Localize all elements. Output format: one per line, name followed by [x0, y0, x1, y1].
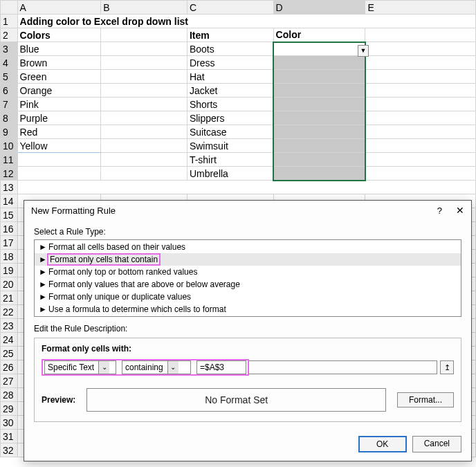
row-hdr-23[interactable]: 23 — [1, 319, 18, 333]
format-button[interactable]: Format... — [397, 392, 454, 408]
cell-E11[interactable] — [365, 153, 476, 167]
cell-B4[interactable] — [101, 56, 187, 70]
chevron-down-icon[interactable]: ⌄ — [167, 361, 178, 374]
row-hdr-1[interactable]: 1 — [1, 15, 18, 28]
cell-C3[interactable]: Boots — [187, 42, 273, 56]
cell-C7[interactable]: Shorts — [187, 98, 273, 111]
cell-B2[interactable] — [101, 28, 187, 42]
cell-E8[interactable] — [365, 111, 476, 125]
rule-type-list[interactable]: ►Format all cells based on their values … — [34, 239, 461, 317]
cell-E2[interactable] — [365, 28, 476, 42]
row-hdr-14[interactable]: 14 — [1, 194, 18, 208]
row-hdr-3[interactable]: 3 — [1, 42, 18, 56]
dropdown-button[interactable]: ▼ — [358, 45, 369, 57]
cell-A8[interactable]: Purple — [17, 111, 101, 125]
cell-C10[interactable]: Swimsuit — [187, 139, 273, 153]
col-hdr-D[interactable]: D — [273, 1, 365, 15]
row-hdr-2[interactable]: 2 — [1, 28, 18, 42]
row-hdr-19[interactable]: 19 — [1, 264, 18, 277]
cell-A7[interactable]: Pink — [17, 98, 101, 111]
row-hdr-20[interactable]: 20 — [1, 277, 18, 291]
cell-C6[interactable]: Jacket — [187, 84, 273, 98]
cell-D3[interactable] — [273, 42, 365, 56]
cell-D9[interactable] — [273, 125, 365, 139]
cell-D10[interactable] — [273, 139, 365, 153]
condition-type-combo[interactable]: Specific Text⌄ — [44, 360, 116, 374]
help-icon[interactable]: ? — [437, 205, 442, 216]
select-all-corner[interactable] — [1, 1, 18, 15]
cell-B6[interactable] — [101, 84, 187, 98]
cell-D11[interactable] — [273, 153, 365, 167]
cell-B8[interactable] — [101, 111, 187, 125]
row-hdr-9[interactable]: 9 — [1, 125, 18, 139]
row-hdr-8[interactable]: 8 — [1, 111, 18, 125]
cell-E10[interactable] — [365, 139, 476, 153]
row-hdr-6[interactable]: 6 — [1, 84, 18, 98]
cell-D6[interactable] — [273, 84, 365, 98]
col-hdr-C[interactable]: C — [187, 1, 273, 15]
row-hdr-27[interactable]: 27 — [1, 374, 18, 388]
cell-A5[interactable]: Green — [17, 70, 101, 84]
row-hdr-30[interactable]: 30 — [1, 416, 18, 430]
condition-operator-combo[interactable]: containing⌄ — [122, 360, 191, 374]
rule-item[interactable]: ►Format only unique or duplicate values — [35, 291, 461, 303]
cell-A4[interactable]: Brown — [17, 56, 101, 70]
row-hdr-17[interactable]: 17 — [1, 236, 18, 250]
cell-C11[interactable]: T-shirt — [187, 153, 273, 167]
row-hdr-10[interactable]: 10 — [1, 139, 18, 153]
row-hdr-28[interactable]: 28 — [1, 388, 18, 402]
row-hdr-32[interactable]: 32 — [1, 443, 18, 457]
col-hdr-E[interactable]: E — [365, 1, 476, 15]
row-hdr-7[interactable]: 7 — [1, 98, 18, 111]
row-hdr-4[interactable]: 4 — [1, 56, 18, 70]
cell-D4[interactable] — [273, 56, 365, 70]
formula-input[interactable]: =$A$3 — [196, 360, 246, 374]
row-hdr-12[interactable]: 12 — [1, 167, 18, 181]
cell-D5[interactable] — [273, 70, 365, 84]
rule-item[interactable]: ►Format only cells that contain — [35, 253, 461, 266]
row-hdr-18[interactable]: 18 — [1, 250, 18, 264]
ok-button[interactable]: OK — [358, 436, 407, 452]
cell-D8[interactable] — [273, 111, 365, 125]
cell-B3[interactable] — [101, 42, 187, 56]
row-hdr-11[interactable]: 11 — [1, 153, 18, 167]
cell-E7[interactable] — [365, 98, 476, 111]
cell-E6[interactable] — [365, 84, 476, 98]
col-hdr-A[interactable]: A — [17, 1, 101, 15]
cell-C4[interactable]: Dress — [187, 56, 273, 70]
chevron-down-icon[interactable]: ⌄ — [98, 361, 109, 374]
rule-item[interactable]: ►Format all cells based on their values — [35, 241, 461, 253]
cancel-button[interactable]: Cancel — [412, 436, 461, 452]
cell-C8[interactable]: Slippers — [187, 111, 273, 125]
cell-B10[interactable] — [101, 139, 187, 153]
cell-C2[interactable]: Item — [187, 28, 273, 42]
cell-E5[interactable] — [365, 70, 476, 84]
cell-A3[interactable]: Blue — [17, 42, 101, 56]
row-hdr-26[interactable]: 26 — [1, 360, 18, 374]
cell-E4[interactable] — [365, 56, 476, 70]
row-hdr-24[interactable]: 24 — [1, 333, 18, 347]
col-hdr-B[interactable]: B — [101, 1, 187, 15]
row-hdr-16[interactable]: 16 — [1, 222, 18, 236]
row-hdr-15[interactable]: 15 — [1, 208, 18, 222]
cell-A9[interactable]: Red — [17, 125, 101, 139]
cell-C12[interactable]: Umbrella — [187, 167, 273, 181]
cell-D7[interactable] — [273, 98, 365, 111]
row-hdr-5[interactable]: 5 — [1, 70, 18, 84]
cell-A11[interactable] — [17, 153, 101, 167]
rule-item[interactable]: ►Format only top or bottom ranked values — [35, 266, 461, 278]
formula-input-ext[interactable] — [249, 360, 437, 374]
cell-A10[interactable]: Yellow — [17, 139, 101, 153]
cell-C9[interactable]: Suitcase — [187, 125, 273, 139]
row-hdr-13[interactable]: 13 — [1, 181, 18, 194]
row-hdr-31[interactable]: 31 — [1, 430, 18, 443]
row-hdr-25[interactable]: 25 — [1, 347, 18, 360]
rule-item[interactable]: ►Use a formula to determine which cells … — [35, 303, 461, 315]
cell-A6[interactable]: Orange — [17, 84, 101, 98]
row-hdr-21[interactable]: 21 — [1, 291, 18, 305]
cell-E12[interactable] — [365, 167, 476, 181]
cell-C5[interactable]: Hat — [187, 70, 273, 84]
cell-A12[interactable] — [17, 167, 101, 181]
range-select-icon[interactable]: ↥ — [440, 360, 454, 374]
row-hdr-22[interactable]: 22 — [1, 305, 18, 319]
